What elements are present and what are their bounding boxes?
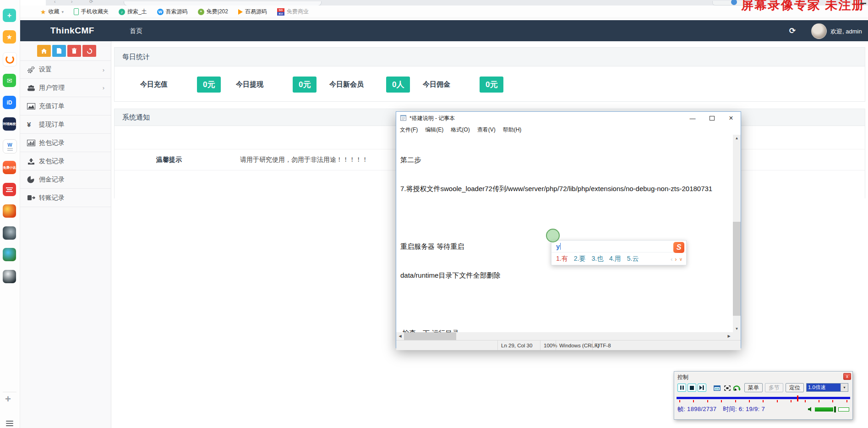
- sidebar-item-grab-records[interactable]: 抢包记录: [20, 134, 111, 152]
- gear-icon: [27, 66, 39, 74]
- maximize-button[interactable]: [702, 112, 721, 125]
- ime-prev-page-icon[interactable]: ‹: [671, 256, 672, 263]
- reload-icon[interactable]: ⟳: [89, 0, 93, 4]
- wps-doc-icon[interactable]: W: [3, 139, 17, 154]
- forward-icon[interactable]: ›: [71, 0, 72, 4]
- welcome-user[interactable]: 欢迎, admin: [830, 27, 862, 36]
- control-titlebar[interactable]: 控制: [674, 372, 852, 383]
- progress-track[interactable]: [677, 397, 850, 399]
- ime-candidate[interactable]: 2.要: [574, 255, 586, 263]
- vertical-scroll-thumb[interactable]: [733, 222, 741, 316]
- time-counter: 时间: 6: 19/9: 7: [723, 405, 765, 413]
- free-novel-icon[interactable]: 免费小说: [3, 161, 16, 174]
- panda-game-icon[interactable]: [3, 270, 16, 283]
- mail-icon[interactable]: ✉: [3, 74, 16, 87]
- sidebar-item-users[interactable]: 用户管理 ›: [20, 79, 111, 97]
- fullscreen-button[interactable]: [722, 384, 732, 392]
- notepad-text-area[interactable]: 第二步 7.将授权文件swoole_loader72传到/www/server/…: [396, 135, 733, 332]
- dock-divider: [3, 392, 16, 392]
- control-close-button[interactable]: x: [843, 373, 851, 380]
- ime-candidate[interactable]: 1.有: [556, 255, 568, 263]
- bookmark-soku-site[interactable]: SOKU 免费商业: [277, 8, 309, 16]
- step-forward-button[interactable]: [698, 384, 706, 392]
- sidebar-item-recharge-orders[interactable]: 充值订单: [20, 97, 111, 115]
- horizontal-scrollbar[interactable]: ◀ ▶: [396, 332, 741, 340]
- menu-view[interactable]: 查看(V): [474, 125, 499, 135]
- bookmark-favorites[interactable]: ★ 收藏 ▾: [40, 8, 64, 16]
- trash-button[interactable]: [67, 45, 81, 57]
- weibo-icon[interactable]: [3, 52, 17, 66]
- stop-icon: [690, 386, 694, 390]
- bookmark-free-site[interactable]: * 免费|202: [198, 8, 228, 16]
- green-site-icon: *: [198, 9, 204, 15]
- ime-candidate[interactable]: 5.云: [627, 255, 639, 263]
- ime-next-page-icon[interactable]: ›: [675, 256, 677, 263]
- ime-candidate-row: 1.有 2.要 3.也 4.用 5.云 ‹ › ∨: [551, 252, 686, 265]
- ime-candidate[interactable]: 3.也: [591, 255, 603, 263]
- pause-button[interactable]: [677, 384, 686, 392]
- playback-progress[interactable]: [677, 397, 850, 403]
- notepad-titlebar[interactable]: *搭建说明 - 记事本 — ×: [396, 112, 741, 125]
- sidebar-item-withdraw-orders[interactable]: ¥ 提现订单: [20, 115, 111, 134]
- horizontal-scroll-thumb[interactable]: [404, 332, 456, 340]
- red-app-icon[interactable]: [3, 183, 16, 196]
- star-app-icon[interactable]: ★: [3, 30, 16, 44]
- menu-help[interactable]: 帮助(H): [499, 125, 525, 135]
- sidebar-item-commission-records[interactable]: 佣金记录: [20, 170, 111, 189]
- scroll-left-icon[interactable]: ◀: [396, 334, 404, 338]
- tank-game-icon[interactable]: [3, 226, 16, 240]
- dropdown-arrow-icon[interactable]: ▼: [841, 384, 848, 391]
- cursor-tracking-button[interactable]: [732, 384, 742, 392]
- teal-app-icon[interactable]: +: [3, 9, 16, 22]
- close-button[interactable]: ×: [721, 112, 741, 125]
- menu-edit[interactable]: 编辑(E): [421, 125, 447, 135]
- file-button[interactable]: [52, 45, 66, 57]
- scroll-down-icon[interactable]: ▼: [733, 327, 741, 331]
- dock-menu-icon[interactable]: [6, 419, 13, 428]
- speed-dropdown[interactable]: 1.0倍速 ▼: [806, 383, 848, 392]
- locate-button[interactable]: 定位: [786, 383, 804, 392]
- volume-control[interactable]: [808, 406, 849, 412]
- huanqiu-school-icon[interactable]: 环球网校: [3, 117, 16, 131]
- sidebar-item-transfer-records[interactable]: 转账记录: [20, 189, 111, 207]
- progress-marker[interactable]: [797, 395, 798, 401]
- bookmark-mobile-favorites[interactable]: 手机收藏夹: [74, 8, 109, 16]
- vertical-scrollbar[interactable]: ▲ ▼: [733, 135, 741, 332]
- menu-button[interactable]: 菜单: [744, 383, 763, 392]
- add-app-icon[interactable]: +: [5, 393, 11, 405]
- poker-game-icon[interactable]: [3, 204, 16, 218]
- cursor-tracking-icon: [733, 385, 741, 391]
- menu-file[interactable]: 文件(F): [396, 125, 421, 135]
- avatar[interactable]: [811, 23, 827, 39]
- minimize-button[interactable]: —: [683, 112, 702, 125]
- menu-format[interactable]: 格式(O): [447, 125, 473, 135]
- window-mode-button[interactable]: [712, 384, 722, 392]
- ime-expand-icon[interactable]: ∨: [679, 257, 682, 262]
- ime-candidate[interactable]: 4.用: [609, 255, 621, 263]
- brand-logo[interactable]: ThinkCMF: [50, 26, 94, 36]
- notepad-icon: [400, 114, 407, 122]
- sidebar-item-label: 提现订单: [39, 121, 65, 129]
- recycle-button[interactable]: [82, 45, 96, 57]
- home-button[interactable]: [37, 45, 51, 57]
- phone-icon: [74, 8, 79, 15]
- turtle-game-icon[interactable]: [3, 248, 16, 261]
- upload-icon: [27, 158, 39, 165]
- scroll-right-icon[interactable]: ▶: [725, 334, 733, 338]
- bookmark-source-code-site[interactable]: W 吾索源码: [157, 8, 188, 16]
- sidebar-item-label: 用户管理: [39, 84, 65, 92]
- refresh-icon[interactable]: ⟳: [789, 26, 796, 36]
- scroll-up-icon[interactable]: ▲: [733, 136, 741, 140]
- sidebar-item-send-records[interactable]: 发包记录: [20, 152, 111, 170]
- bookmark-baiyi-site[interactable]: 百易源码: [238, 8, 267, 16]
- volume-slider-thumb[interactable]: [834, 406, 836, 412]
- bookmark-search-site[interactable]: ♪ 搜索_土: [119, 8, 147, 16]
- sidebar-item-label: 设置: [39, 66, 52, 74]
- stop-button[interactable]: [688, 384, 696, 392]
- nav-home-link[interactable]: 首页: [130, 27, 142, 35]
- back-icon[interactable]: ‹: [54, 0, 55, 4]
- sidebar-item-settings[interactable]: 设置 ›: [20, 60, 111, 79]
- id-app-icon[interactable]: iD: [3, 96, 16, 109]
- sogou-logo-icon[interactable]: S: [673, 242, 684, 253]
- stats-body: 今日充值 0元 今日提现 0元 今日新会员 0人 今日佣金 0元: [115, 66, 865, 102]
